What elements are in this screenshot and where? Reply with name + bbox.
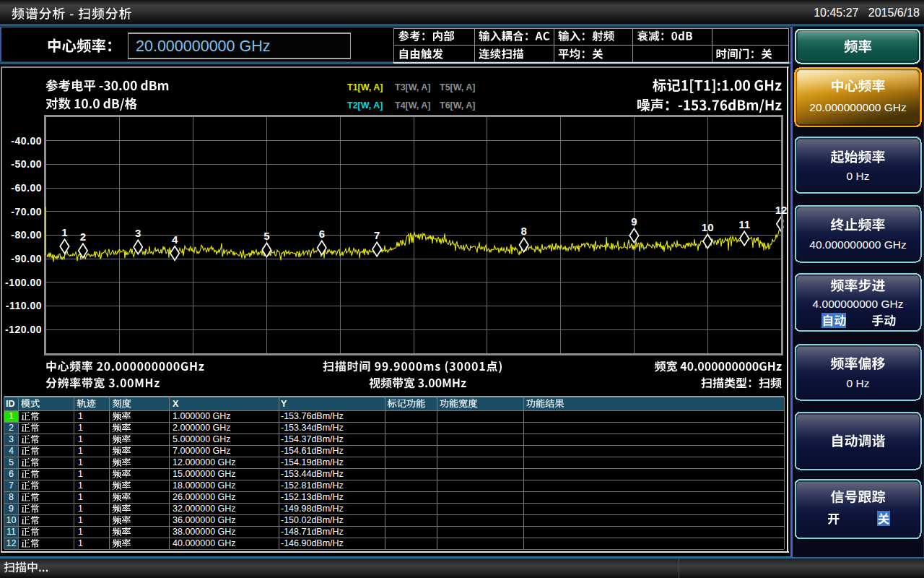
svg-text:T3[W, A]: T3[W, A] — [395, 82, 431, 92]
svg-text:5: 5 — [9, 457, 14, 467]
svg-text:40.000000000 GHz: 40.000000000 GHz — [809, 238, 906, 251]
svg-text:-110.00: -110.00 — [6, 300, 42, 311]
svg-text:38.000000 GHz: 38.000000 GHz — [173, 527, 236, 537]
svg-text:3: 3 — [9, 434, 14, 444]
svg-text:1.000000 GHz: 1.000000 GHz — [173, 411, 231, 421]
svg-text:10: 10 — [6, 515, 17, 525]
svg-text:-154.37dBm/Hz: -154.37dBm/Hz — [281, 434, 344, 444]
svg-text:-90.00: -90.00 — [11, 253, 42, 264]
svg-text:1: 1 — [78, 469, 83, 479]
svg-text:Y: Y — [281, 399, 287, 409]
svg-text:T5[W, A]: T5[W, A] — [440, 82, 476, 92]
svg-text:1: 1 — [78, 480, 83, 491]
svg-text:0 Hz: 0 Hz — [847, 170, 870, 182]
svg-text:-154.61dBm/Hz: -154.61dBm/Hz — [281, 446, 344, 456]
svg-text:-60.00: -60.00 — [11, 182, 42, 194]
svg-text:T1[W, A]: T1[W, A] — [347, 82, 383, 92]
svg-text:10: 10 — [702, 221, 714, 233]
svg-text:4: 4 — [172, 233, 178, 246]
svg-text:-154.19dBm/Hz: -154.19dBm/Hz — [281, 457, 344, 467]
svg-text:2: 2 — [80, 230, 86, 243]
svg-text:8: 8 — [9, 492, 14, 502]
svg-text:11: 11 — [6, 527, 16, 537]
svg-text:T6[W, A]: T6[W, A] — [440, 100, 476, 111]
svg-text:-153.44dBm/Hz: -153.44dBm/Hz — [281, 469, 344, 479]
svg-text:-152.81dBm/Hz: -152.81dBm/Hz — [281, 480, 344, 491]
svg-text:-70.00: -70.00 — [11, 206, 42, 217]
svg-text:-153.34dBm/Hz: -153.34dBm/Hz — [281, 423, 344, 433]
svg-text:12: 12 — [775, 204, 788, 216]
svg-text:-50.00: -50.00 — [11, 158, 42, 170]
svg-text:36.000000 GHz: 36.000000 GHz — [173, 515, 236, 525]
svg-text:ID: ID — [6, 399, 15, 409]
svg-text:-149.98dBm/Hz: -149.98dBm/Hz — [281, 504, 344, 514]
svg-text:-148.71dBm/Hz: -148.71dBm/Hz — [281, 527, 344, 537]
svg-text:-80.00: -80.00 — [11, 229, 42, 241]
svg-text:1: 1 — [78, 504, 83, 514]
svg-text:6: 6 — [319, 228, 325, 240]
svg-text:4: 4 — [9, 446, 14, 456]
svg-text:1: 1 — [78, 515, 83, 525]
svg-text:7: 7 — [374, 229, 380, 241]
svg-text:20.000000000 GHz: 20.000000000 GHz — [809, 101, 906, 113]
svg-text:1: 1 — [78, 411, 83, 421]
svg-text:T2[W, A]: T2[W, A] — [347, 100, 383, 111]
svg-text:7.000000 GHz: 7.000000 GHz — [173, 446, 231, 456]
svg-text:4.000000000 GHz: 4.000000000 GHz — [813, 298, 904, 310]
svg-text:1: 1 — [61, 226, 67, 238]
svg-text:7: 7 — [9, 480, 14, 491]
svg-text:X: X — [173, 399, 179, 409]
svg-text:9: 9 — [631, 215, 637, 228]
svg-text:1: 1 — [78, 492, 83, 502]
svg-text:-120.00: -120.00 — [5, 324, 42, 335]
svg-text:2: 2 — [9, 423, 14, 433]
svg-text:1: 1 — [78, 446, 83, 456]
svg-text:11: 11 — [738, 218, 750, 230]
svg-text:20.000000000 GHz: 20.000000000 GHz — [136, 38, 270, 55]
svg-text:T4[W, A]: T4[W, A] — [395, 100, 431, 111]
svg-text:12: 12 — [6, 538, 17, 548]
svg-text:-100.00: -100.00 — [5, 277, 42, 288]
svg-text:1: 1 — [9, 411, 14, 421]
svg-text:-152.13dBm/Hz: -152.13dBm/Hz — [281, 492, 344, 502]
svg-text:1: 1 — [78, 434, 83, 444]
svg-text:-153.76dBm/Hz: -153.76dBm/Hz — [281, 411, 344, 421]
svg-text:0 Hz: 0 Hz — [847, 377, 870, 389]
svg-text:-40.00: -40.00 — [11, 135, 42, 147]
svg-text:1: 1 — [78, 457, 83, 467]
svg-text:8: 8 — [521, 225, 527, 237]
svg-text:5: 5 — [263, 230, 269, 242]
svg-text:32.000000 GHz: 32.000000 GHz — [173, 504, 236, 514]
svg-text:9: 9 — [9, 504, 14, 514]
svg-text:1: 1 — [78, 423, 83, 433]
svg-text:1: 1 — [78, 538, 83, 548]
svg-text:12.000000 GHz: 12.000000 GHz — [173, 457, 236, 467]
svg-text:-150.02dBm/Hz: -150.02dBm/Hz — [281, 515, 344, 525]
svg-text:6: 6 — [9, 469, 14, 479]
svg-text:1: 1 — [78, 527, 83, 537]
svg-text:26.000000 GHz: 26.000000 GHz — [173, 492, 236, 502]
svg-text:3: 3 — [135, 227, 141, 239]
svg-text:40.000000 GHz: 40.000000 GHz — [173, 538, 236, 548]
svg-text:10:45:27 2015/6/18: 10:45:27 2015/6/18 — [814, 7, 920, 19]
svg-text:18.000000 GHz: 18.000000 GHz — [173, 480, 236, 491]
svg-text:2.000000 GHz: 2.000000 GHz — [173, 423, 231, 433]
svg-text:5.000000 GHz: 5.000000 GHz — [173, 434, 231, 444]
svg-text:15.000000 GHz: 15.000000 GHz — [173, 469, 236, 479]
svg-text:-146.90dBm/Hz: -146.90dBm/Hz — [281, 538, 344, 548]
